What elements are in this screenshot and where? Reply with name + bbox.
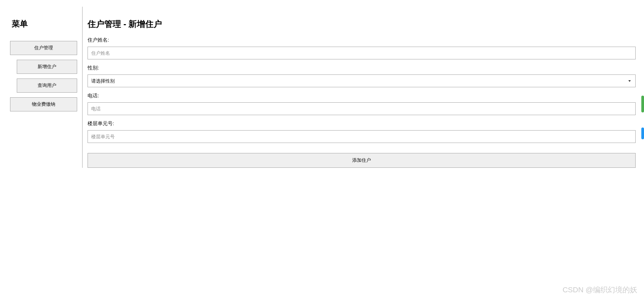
input-unit[interactable] bbox=[88, 130, 636, 143]
sidebar: 菜单 住户管理 新增住户 查询用户 物业费缴纳 bbox=[10, 7, 80, 168]
vertical-divider bbox=[82, 7, 83, 168]
label-gender: 性别: bbox=[88, 65, 636, 71]
input-phone[interactable] bbox=[88, 102, 636, 115]
form-group-unit: 楼层单元号: bbox=[88, 120, 636, 143]
label-phone: 电话: bbox=[88, 93, 636, 99]
input-name[interactable] bbox=[88, 47, 636, 59]
scroll-indicator-blue bbox=[641, 128, 644, 139]
menu-item-property-fee[interactable]: 物业费缴纳 bbox=[10, 97, 77, 111]
submit-button[interactable]: 添加住户 bbox=[88, 153, 636, 168]
page-title: 住户管理 - 新增住户 bbox=[88, 18, 636, 30]
main-content: 住户管理 - 新增住户 住户姓名: 性别: 请选择性别 电话: 楼层单元号: 添… bbox=[88, 7, 644, 168]
scroll-indicator-green bbox=[641, 96, 644, 112]
form-group-gender: 性别: 请选择性别 bbox=[88, 65, 636, 87]
menu-item-query-user[interactable]: 查询用户 bbox=[17, 79, 77, 93]
form-group-phone: 电话: bbox=[88, 93, 636, 115]
select-gender[interactable]: 请选择性别 bbox=[88, 74, 636, 87]
label-unit: 楼层单元号: bbox=[88, 120, 636, 127]
menu-item-add-resident[interactable]: 新增住户 bbox=[17, 60, 77, 74]
sidebar-title: 菜单 bbox=[10, 18, 75, 29]
menu-item-resident-manage[interactable]: 住户管理 bbox=[10, 41, 77, 55]
form-group-name: 住户姓名: bbox=[88, 37, 636, 59]
watermark: CSDN @编织幻境的妖 bbox=[562, 285, 637, 295]
label-name: 住户姓名: bbox=[88, 37, 636, 43]
